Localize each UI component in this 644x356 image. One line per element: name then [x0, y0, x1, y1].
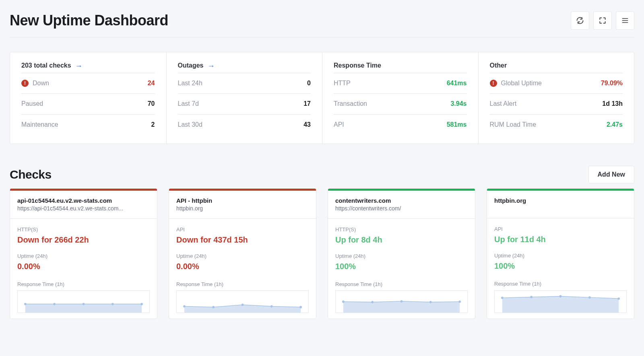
- svg-point-9: [299, 306, 302, 309]
- summary-row-value: 2: [151, 120, 155, 129]
- svg-point-17: [559, 295, 562, 297]
- response-time-label: Response Time (1h): [335, 281, 468, 288]
- arrow-right-icon[interactable]: →: [75, 62, 83, 70]
- summary-row-label-text: Transaction: [334, 99, 367, 108]
- summary-row-value: 24: [148, 79, 155, 88]
- check-card[interactable]: API - httpbinhttpbin.orgAPIDown for 437d…: [169, 188, 316, 319]
- response-time-label: Response Time (1h): [17, 281, 150, 288]
- summary-row-value: 17: [303, 99, 311, 108]
- check-title: httpbin.org: [494, 196, 627, 205]
- summary-row-label: Maintenance: [21, 120, 58, 129]
- summary-row-value: 581ms: [447, 120, 467, 129]
- check-subtitle: [494, 205, 627, 212]
- check-title: contentwriters.com: [335, 196, 468, 205]
- summary-row-label-text: Last 24h: [178, 79, 202, 88]
- summary-row-label: !Global Uptime: [490, 79, 542, 88]
- summary-row-label-text: API: [334, 120, 344, 129]
- check-subtitle: https://api-01c54544.eu.v2.we-stats.com.…: [17, 205, 150, 213]
- check-protocol: API: [494, 226, 627, 233]
- summary-row: Transaction3.94s: [334, 93, 467, 114]
- response-time-sparkline: [17, 290, 150, 313]
- fullscreen-button[interactable]: [593, 11, 612, 30]
- svg-point-8: [270, 305, 273, 308]
- svg-point-13: [429, 301, 432, 303]
- checks-grid: api-01c54544.eu.v2.we-stats.comhttps://a…: [10, 188, 634, 319]
- summary-title[interactable]: 203 total checks→: [21, 61, 155, 70]
- summary-row: RUM Load Time2.47s: [490, 114, 623, 135]
- page-title: New Uptime Dashboard: [10, 10, 168, 31]
- summary-row: Last 30d43: [178, 114, 311, 135]
- uptime-value: 0.00%: [176, 261, 309, 272]
- checks-header: Checks Add New: [10, 166, 634, 183]
- summary-row: Last Alert1d 13h: [490, 93, 623, 114]
- summary-column: 203 total checks→!Down24Paused70Maintena…: [10, 52, 166, 144]
- summary-row: !Global Uptime79.09%: [490, 73, 623, 93]
- summary-row-label: Last 24h: [178, 79, 202, 88]
- summary-row: HTTP641ms: [334, 73, 467, 93]
- summary-title-text: Outages: [178, 61, 204, 70]
- summary-column: Response TimeHTTP641msTransaction3.94sAP…: [322, 52, 478, 144]
- summary-row-value: 79.09%: [601, 79, 623, 88]
- svg-point-2: [83, 303, 85, 305]
- summary-row-value: 0: [307, 79, 311, 88]
- check-body: APIDown for 437d 15hUptime (24h)0.00%Res…: [169, 219, 316, 319]
- response-time-sparkline: [494, 290, 627, 313]
- expand-icon: [599, 16, 607, 25]
- menu-button[interactable]: [616, 11, 634, 30]
- summary-row: Last 24h0: [178, 73, 311, 93]
- check-subtitle: https://contentwriters.com/: [335, 205, 468, 213]
- check-title: api-01c54544.eu.v2.we-stats.com: [17, 196, 150, 205]
- summary-column: Other!Global Uptime79.09%Last Alert1d 13…: [478, 52, 634, 144]
- check-card[interactable]: contentwriters.comhttps://contentwriters…: [328, 188, 475, 319]
- uptime-value: 100%: [494, 260, 627, 272]
- uptime-label: Uptime (24h): [176, 253, 309, 260]
- summary-row-label-text: Paused: [21, 99, 43, 108]
- add-new-button[interactable]: Add New: [588, 166, 634, 183]
- summary-title[interactable]: Outages→: [178, 61, 311, 70]
- summary-column: Outages→Last 24h0Last 7d17Last 30d43: [166, 52, 322, 144]
- check-header: contentwriters.comhttps://contentwriters…: [328, 191, 475, 219]
- summary-row-label: !Down: [21, 79, 49, 88]
- uptime-value: 100%: [335, 261, 468, 272]
- summary-row-label: HTTP: [334, 79, 351, 88]
- check-card[interactable]: httpbin.orgAPIUp for 11d 4hUptime (24h)1…: [487, 188, 634, 319]
- alert-icon: !: [21, 80, 29, 87]
- summary-row-label-text: Global Uptime: [501, 79, 542, 88]
- hamburger-icon: [621, 16, 629, 25]
- check-header: API - httpbinhttpbin.org: [169, 191, 316, 219]
- summary-title-text: Response Time: [334, 61, 381, 70]
- svg-point-1: [53, 303, 56, 305]
- summary-row: Last 7d17: [178, 93, 311, 114]
- check-body: HTTP(S)Up for 8d 4hUptime (24h)100%Respo…: [328, 219, 475, 319]
- summary-row-label-text: Last 30d: [178, 120, 202, 129]
- refresh-button[interactable]: [571, 11, 589, 30]
- summary-row-label: RUM Load Time: [490, 120, 537, 129]
- check-subtitle: httpbin.org: [176, 205, 309, 213]
- check-status: Up for 11d 4h: [494, 234, 627, 245]
- summary-row-value: 2.47s: [607, 120, 623, 129]
- summary-title-text: 203 total checks: [21, 61, 71, 70]
- check-header: api-01c54544.eu.v2.we-stats.comhttps://a…: [10, 191, 157, 219]
- summary-row-label-text: Last 7d: [178, 99, 199, 108]
- svg-point-14: [458, 300, 461, 303]
- summary-title: Response Time: [334, 61, 467, 70]
- uptime-label: Uptime (24h): [494, 252, 627, 259]
- arrow-right-icon[interactable]: →: [208, 62, 215, 70]
- summary-row-label: API: [334, 120, 344, 129]
- svg-point-3: [111, 303, 114, 305]
- summary-row-label: Last 30d: [178, 120, 202, 129]
- summary-title: Other: [490, 61, 623, 70]
- check-header: httpbin.org: [487, 191, 634, 218]
- header-actions: [571, 11, 634, 30]
- svg-point-4: [140, 303, 143, 305]
- summary-row-value: 43: [303, 120, 311, 129]
- check-card[interactable]: api-01c54544.eu.v2.we-stats.comhttps://a…: [10, 188, 157, 319]
- summary-row-label: Last Alert: [490, 99, 517, 108]
- uptime-value: 0.00%: [17, 261, 150, 272]
- summary-title-text: Other: [490, 61, 507, 70]
- check-body: APIUp for 11d 4hUptime (24h)100%Response…: [487, 218, 634, 319]
- response-time-label: Response Time (1h): [494, 280, 627, 288]
- summary-row-value: 3.94s: [450, 99, 466, 108]
- summary-row: Maintenance2: [21, 114, 155, 135]
- svg-point-6: [212, 306, 215, 309]
